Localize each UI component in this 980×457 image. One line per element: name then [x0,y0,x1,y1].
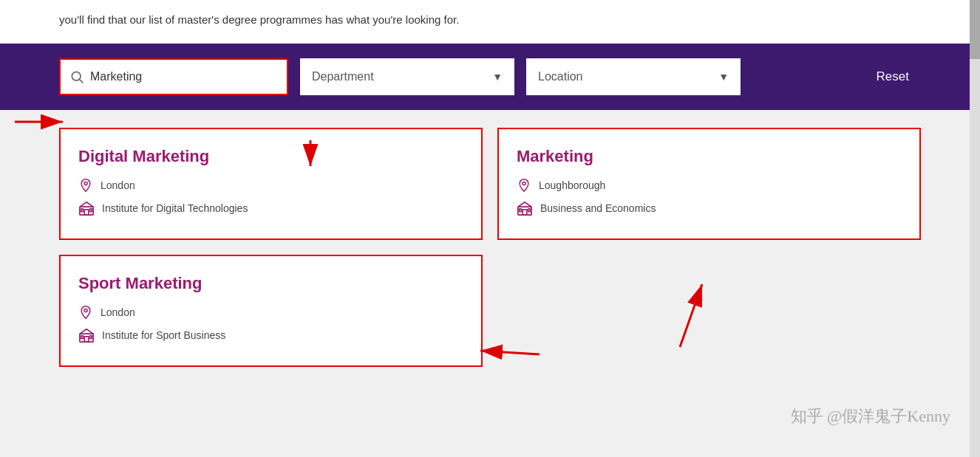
svg-point-2 [84,182,87,185]
svg-rect-9 [523,209,527,214]
svg-point-12 [84,309,87,312]
search-icon [69,69,84,84]
search-bar: Department ▼ Location ▼ Reset [0,44,980,110]
search-input-wrapper[interactable] [59,58,288,95]
institution-icon [78,327,95,343]
course-card-marketing[interactable]: Marketing Loughborough Business and Econ… [497,128,921,240]
svg-rect-6 [90,208,92,211]
watermark: 知乎 @假洋鬼子Kenny [791,405,950,427]
svg-line-1 [80,79,84,83]
course-location-marketing: Loughborough [517,178,902,193]
course-title-sport-marketing: Sport Marketing [78,274,463,293]
course-institution-sport-marketing: Institute for Sport Business [78,327,463,343]
location-select[interactable]: Location [538,70,729,83]
scrollbar-track[interactable] [970,0,980,457]
svg-point-7 [523,182,525,185]
course-location-digital-marketing: London [78,178,463,193]
svg-rect-10 [520,208,522,211]
location-icon [78,305,93,320]
reset-button[interactable]: Reset [865,62,921,92]
svg-rect-3 [80,207,93,215]
institution-icon [78,200,95,216]
department-dropdown-wrapper[interactable]: Department ▼ [300,58,514,95]
institution-icon [517,200,533,216]
svg-rect-5 [81,208,84,211]
course-card-digital-marketing[interactable]: Digital Marketing London Institute for D… [59,128,483,240]
course-title-digital-marketing: Digital Marketing [78,147,463,166]
course-card-sport-marketing[interactable]: Sport Marketing London Institute for Spo… [59,255,483,367]
svg-rect-11 [528,208,531,211]
course-location-sport-marketing: London [78,305,463,320]
svg-rect-4 [84,209,89,214]
svg-rect-16 [90,335,92,338]
search-input[interactable] [90,70,278,83]
department-select[interactable]: Department [312,70,503,83]
svg-rect-8 [518,207,531,215]
location-icon [78,178,93,193]
course-institution-marketing: Business and Economics [517,200,902,216]
course-title-marketing: Marketing [517,147,902,166]
top-description: you'll find that our list of master's de… [0,0,980,44]
location-dropdown-wrapper[interactable]: Location ▼ [526,58,741,95]
course-institution-digital-marketing: Institute for Digital Technologies [78,200,463,216]
svg-rect-14 [84,336,89,341]
empty-grid-cell [497,255,921,367]
location-icon [517,178,531,193]
scrollbar-thumb[interactable] [970,0,980,59]
results-area: Digital Marketing London Institute for D… [0,110,980,396]
svg-rect-13 [80,334,93,342]
svg-rect-15 [81,335,84,338]
svg-point-0 [72,72,81,80]
